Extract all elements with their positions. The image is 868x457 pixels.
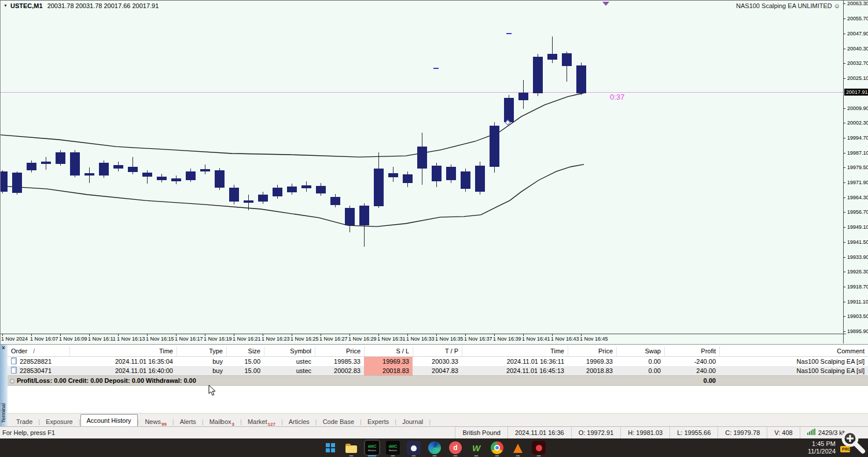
tab-label: Account History xyxy=(87,417,131,424)
taskbar-icon-start[interactable] xyxy=(323,440,338,455)
time-axis-label: 1 Nov 16:09 xyxy=(59,336,87,342)
cell-profit: -240.00 xyxy=(664,357,719,366)
cell-type: buy xyxy=(176,366,226,375)
column-header-tp[interactable]: T / P xyxy=(413,346,462,356)
time-axis-label: 1 Nov 16:07 xyxy=(30,336,58,342)
column-header-order[interactable]: Order/ xyxy=(8,346,69,356)
price-axis-label: 19911.10 xyxy=(847,299,868,305)
price-axis-tickmark xyxy=(844,63,845,64)
summary-text: Profit/Loss: 0.00 Credit: 0.00 Deposit: … xyxy=(17,376,196,385)
price-axis-tickmark xyxy=(844,3,845,4)
candle-body xyxy=(504,98,514,122)
time-axis-tickmark xyxy=(523,334,524,336)
chart-plot[interactable]: 0:37 xyxy=(1,1,844,334)
tab-label: News xyxy=(145,418,161,425)
price-axis-tickmark xyxy=(844,167,845,168)
cell-sl: 19969.33 xyxy=(364,357,413,366)
tab-account-history[interactable]: Account History xyxy=(80,414,138,427)
price-axis-label: 19941.50 xyxy=(847,239,868,245)
column-header-label: Time xyxy=(159,348,173,354)
column-header-time[interactable]: Time xyxy=(462,346,568,356)
tab-label: Code Base xyxy=(323,418,354,425)
taskbar-icon-dark-app[interactable] xyxy=(406,440,421,455)
price-axis-tickmark xyxy=(844,212,845,213)
time-axis-tickmark xyxy=(494,334,495,336)
cell-tp: 20047.83 xyxy=(413,366,462,375)
history-table-header[interactable]: Order/TimeTypeSizeSymbolPriceS / LT / PT… xyxy=(8,346,868,357)
candle-body xyxy=(490,126,499,167)
column-header-sl[interactable]: S / L xyxy=(364,346,413,356)
price-axis-label: 19918.70 xyxy=(847,284,868,290)
time-axis-label: 1 Nov 16:31 xyxy=(377,336,406,342)
taskbar-icon-vlc[interactable] xyxy=(510,440,525,455)
column-header-size[interactable]: Size xyxy=(226,346,264,356)
column-header-label: Price xyxy=(598,348,613,354)
chart-dropdown-icon[interactable]: ▼ xyxy=(3,3,8,8)
cell-swap: 0.00 xyxy=(616,366,664,375)
magnifier-overlay-icon[interactable]: PRO xyxy=(838,427,868,457)
column-header-price[interactable]: Price xyxy=(568,346,616,356)
recorder-dot xyxy=(536,445,542,451)
column-header-profit[interactable]: Profit xyxy=(664,346,719,356)
traffic-bar xyxy=(812,429,814,435)
candle-body xyxy=(27,163,36,170)
mt5-window: 0:37 ▼ USTEC,M120031.78 20031.78 20017.6… xyxy=(0,0,868,457)
history-row[interactable]: 2285304712024.11.01 16:40:00buy15.00uste… xyxy=(8,366,868,375)
column-header-label: Profit xyxy=(701,348,716,354)
taskbar-icon-green-w[interactable]: W xyxy=(469,440,484,455)
price-axis-tickmark xyxy=(844,138,845,138)
candle-body xyxy=(374,169,384,206)
taskbar-clock[interactable]: 1:45 PM 11/1/2024 xyxy=(808,440,836,455)
taskbar: ılıICMarketsılıICMarketsdW 1:45 PM 11/1/… xyxy=(0,438,868,457)
chart-ohlc: 20031.78 20031.78 20017.66 20017.91 xyxy=(47,2,159,9)
cell-order: 228530471 xyxy=(8,366,69,375)
column-header-time[interactable]: Time xyxy=(69,346,176,356)
taskbar-icon-screen-recorder[interactable] xyxy=(531,440,546,455)
taskbar-icon-browser-swirl[interactable] xyxy=(427,440,442,455)
time-axis-label: 1 Nov 16:11 xyxy=(88,336,116,342)
candle-body xyxy=(388,173,398,177)
status-segment: C: 19979.78 xyxy=(718,427,767,438)
taskbar-icon-red-d[interactable]: d xyxy=(448,440,463,455)
price-axis-label: 19979.50 xyxy=(847,164,868,170)
running-indicator xyxy=(454,455,458,456)
traffic-bar xyxy=(814,429,815,435)
history-row[interactable]: 2285288212024.11.01 16:35:04buy15.00uste… xyxy=(8,357,868,366)
price-axis-tickmark xyxy=(844,19,845,19)
candle-body xyxy=(461,171,470,189)
dark-app-icon xyxy=(407,441,421,455)
chrome-center xyxy=(494,445,500,451)
cell-time: 2024.11.01 16:35:04 xyxy=(69,357,176,366)
start-pane xyxy=(326,443,330,447)
column-header-type[interactable]: Type xyxy=(176,346,226,356)
chart-area[interactable]: 0:37 ▼ USTEC,M120031.78 20031.78 20017.6… xyxy=(0,1,868,344)
running-indicator xyxy=(516,455,520,456)
running-indicator xyxy=(537,455,541,456)
column-header-symbol[interactable]: Symbol xyxy=(264,346,315,356)
tab-label: Articles xyxy=(289,418,310,425)
price-axis-label: 19964.30 xyxy=(847,195,868,200)
time-axis-tickmark xyxy=(581,334,582,336)
price-axis-label: 19949.10 xyxy=(847,224,868,230)
price-axis-tickmark xyxy=(844,257,845,258)
price-axis-tickmark xyxy=(844,123,845,123)
running-indicator xyxy=(391,455,395,456)
time-axis-label: 1 Nov 16:33 xyxy=(406,336,435,342)
traffic-bars-icon xyxy=(807,429,815,435)
taskbar-icon-mt5[interactable]: ılıICMarkets xyxy=(385,440,400,455)
candle-body xyxy=(171,178,181,181)
column-header-swap[interactable]: Swap xyxy=(616,346,664,356)
taskbar-icon-chrome[interactable] xyxy=(490,440,505,455)
column-header-price[interactable]: Price xyxy=(315,346,364,356)
candle-body xyxy=(403,174,413,183)
close-terminal-button[interactable]: × xyxy=(2,345,5,351)
time-axis-label: 1 Nov 2024 xyxy=(1,336,28,342)
taskbar-icon-file-explorer[interactable] xyxy=(344,440,359,455)
column-header-comment[interactable]: Comment xyxy=(719,346,868,356)
cell-symbol: ustec xyxy=(264,357,315,366)
status-segment: British Pound xyxy=(455,427,507,438)
column-header-label: Price xyxy=(346,348,361,354)
taskbar-icon-mt5-active[interactable]: ılıICMarkets xyxy=(365,440,380,455)
running-indicator xyxy=(475,455,479,456)
time-axis-tickmark xyxy=(147,334,148,336)
